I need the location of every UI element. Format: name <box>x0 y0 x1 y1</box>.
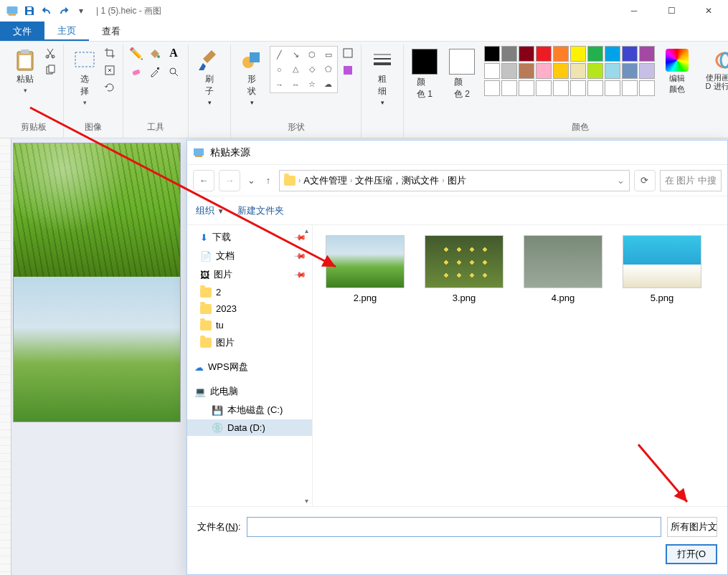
redo-button[interactable] <box>56 3 72 19</box>
color-swatch[interactable] <box>501 63 517 79</box>
open-button[interactable]: 打开(O <box>666 544 717 564</box>
newfolder-button[interactable]: 新建文件夹 <box>237 204 284 217</box>
eraser-tool[interactable] <box>129 65 143 79</box>
scroll-up-icon[interactable]: ▴ <box>302 227 311 234</box>
edit-colors-button[interactable]: 编辑 颜色 <box>662 46 692 98</box>
tree-pictures[interactable]: 🖼图片📌 <box>187 265 312 284</box>
color-swatch[interactable] <box>519 80 534 96</box>
folder-tree[interactable]: ▴ ⬇下载📌 📄文档📌 🖼图片📌 2 2023 tu 图片 ☁WPS网盘 💻此电… <box>187 225 313 506</box>
tree-ddrive[interactable]: 💿Data (D:) <box>187 419 312 436</box>
paint3d-button[interactable]: 使用画图 3 D 进行编辑 <box>699 46 728 93</box>
copy-button[interactable] <box>43 63 57 77</box>
color-swatch[interactable] <box>519 46 534 62</box>
crumb-3[interactable]: 图片 <box>448 174 466 187</box>
filename-input[interactable] <box>247 517 661 537</box>
color-swatch[interactable] <box>553 46 569 62</box>
resize-button[interactable] <box>103 63 117 77</box>
color-swatch[interactable] <box>605 80 620 96</box>
file-item[interactable]: 4.png <box>524 235 602 303</box>
tree-documents[interactable]: 📄文档📌 <box>187 247 312 265</box>
save-button[interactable] <box>22 3 37 19</box>
maximize-button[interactable]: ☐ <box>655 0 688 22</box>
crumb-2[interactable]: 文件压缩，测试文件 <box>355 174 439 187</box>
crop-button[interactable] <box>103 46 117 60</box>
tree-downloads[interactable]: ⬇下载📌 <box>187 228 312 247</box>
tree-folder-2023[interactable]: 2023 <box>187 300 312 317</box>
color-swatch[interactable] <box>553 80 569 96</box>
tab-home[interactable]: 主页 <box>44 22 89 41</box>
shapes-button[interactable]: 形 状 ▾ <box>237 46 267 109</box>
scroll-down-icon[interactable]: ▾ <box>302 497 311 505</box>
color-swatch[interactable] <box>639 46 655 62</box>
outline-button[interactable] <box>341 46 355 60</box>
color-swatch[interactable] <box>536 63 552 79</box>
organize-button[interactable]: 组织 ▼ <box>196 204 224 217</box>
back-button[interactable]: ← <box>193 170 214 191</box>
refresh-button[interactable]: ⟳ <box>634 170 656 191</box>
color-swatch[interactable] <box>536 46 552 62</box>
tree-folder-2[interactable]: 2 <box>187 284 312 300</box>
chevron-down-icon[interactable]: ⌄ <box>617 175 625 186</box>
color-swatch[interactable] <box>519 63 534 79</box>
color-swatch[interactable] <box>570 80 586 96</box>
text-tool[interactable]: A <box>166 46 181 60</box>
fill-style-button[interactable] <box>341 63 355 77</box>
file-item[interactable]: 2.png <box>326 235 405 303</box>
select-button[interactable]: 选 择 ▾ <box>70 46 100 109</box>
color-swatch[interactable] <box>570 63 586 79</box>
tree-thispc[interactable]: 💻此电脑 <box>187 382 312 401</box>
fill-tool[interactable] <box>148 46 162 60</box>
color1-button[interactable]: 颜 色 1 <box>410 46 440 103</box>
minimize-button[interactable]: ─ <box>618 0 651 22</box>
color-swatch[interactable] <box>639 63 655 79</box>
rotate-button[interactable] <box>103 80 117 95</box>
tab-file[interactable]: 文件 <box>0 22 44 41</box>
color-swatch[interactable] <box>484 63 500 79</box>
cut-button[interactable] <box>43 46 57 60</box>
color-swatch[interactable] <box>587 80 603 96</box>
color-swatch[interactable] <box>622 80 638 96</box>
color-swatch[interactable] <box>587 63 603 79</box>
search-input[interactable]: 在 图片 中搜 <box>660 170 722 191</box>
up-button[interactable]: ↑ <box>262 170 275 191</box>
crumb-1[interactable]: A文件管理 <box>303 174 347 187</box>
color-swatch[interactable] <box>501 46 517 62</box>
picker-tool[interactable] <box>148 65 162 79</box>
magnifier-tool[interactable] <box>166 65 181 79</box>
color-swatch[interactable] <box>605 63 620 79</box>
colors-group-label: 颜色 <box>410 120 728 136</box>
color-swatch[interactable] <box>501 80 517 96</box>
qat-customize[interactable]: ▾ <box>73 3 89 19</box>
breadcrumb[interactable]: › A文件管理 › 文件压缩，测试文件 › 图片 ⌄ <box>279 170 630 191</box>
tree-cdrive[interactable]: 💾本地磁盘 (C:) <box>187 401 312 419</box>
shapes-gallery[interactable]: ╱↘⬡▭ ○△◇⬠ →↔☆☁ <box>270 46 338 93</box>
recent-button[interactable]: ⌄ <box>245 170 257 191</box>
tree-wps[interactable]: ☁WPS网盘 <box>187 358 312 376</box>
filetype-select[interactable]: 所有图片文 <box>667 517 717 537</box>
tree-folder-pic[interactable]: 图片 <box>187 333 312 352</box>
tab-view[interactable]: 查看 <box>89 22 133 41</box>
color-swatch[interactable] <box>536 80 552 96</box>
color2-button[interactable]: 颜 色 2 <box>447 46 477 103</box>
pencil-tool[interactable]: ✏️ <box>129 46 143 60</box>
forward-button[interactable]: → <box>219 170 240 191</box>
color-palette[interactable] <box>484 46 655 96</box>
color-swatch[interactable] <box>622 46 638 62</box>
color-swatch[interactable] <box>553 63 569 79</box>
file-item[interactable]: 5.png <box>623 235 701 303</box>
thickness-button[interactable]: 粗 细 ▾ <box>367 46 397 109</box>
canvas[interactable] <box>13 143 181 422</box>
color-swatch[interactable] <box>587 46 603 62</box>
color-swatch[interactable] <box>605 46 620 62</box>
brush-button[interactable]: 刷 子 ▾ <box>194 46 224 109</box>
color-swatch[interactable] <box>622 63 638 79</box>
color-swatch[interactable] <box>570 46 586 62</box>
file-item[interactable]: 3.png <box>425 235 504 303</box>
undo-button[interactable] <box>39 3 55 19</box>
tree-folder-tu[interactable]: tu <box>187 317 312 333</box>
close-button[interactable]: ✕ <box>692 0 725 22</box>
color-swatch[interactable] <box>484 46 500 62</box>
color-swatch[interactable] <box>639 80 655 96</box>
color-swatch[interactable] <box>484 80 500 96</box>
paste-button[interactable]: 粘贴 ▾ <box>10 46 40 97</box>
